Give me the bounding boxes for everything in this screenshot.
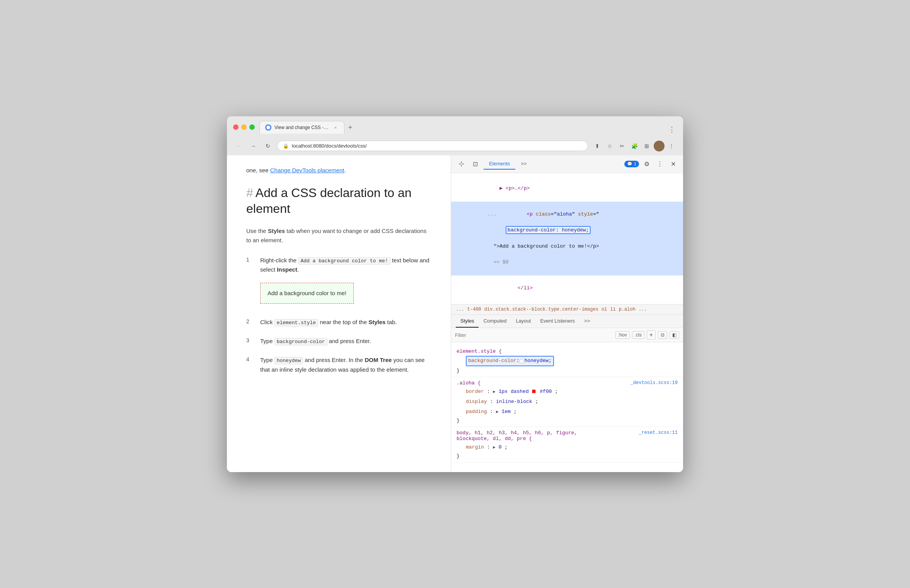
css-prop-padding: padding : ▶ 1em ;	[457, 407, 678, 417]
tab-more[interactable]: >>	[515, 158, 532, 170]
css-prop-display-value: inline-block	[496, 399, 532, 404]
badge-count: 1	[634, 161, 636, 166]
filter-cls-button[interactable]: .cls	[632, 331, 644, 339]
breadcrumb-item-li[interactable]: li	[610, 307, 615, 312]
active-tab[interactable]: View and change CSS - Chrom... ×	[259, 121, 344, 134]
step-item: 2 Click element.style near the top of th…	[246, 318, 431, 327]
css-selector-aloha: .aloha {	[457, 380, 481, 386]
back-button[interactable]: ←	[233, 141, 244, 151]
settings-icon[interactable]: ⚙	[641, 158, 652, 169]
forward-button[interactable]: →	[248, 141, 259, 151]
refresh-button[interactable]: ↻	[262, 141, 273, 151]
breadcrumb-item-more[interactable]: ...	[639, 307, 647, 312]
extensions-icon[interactable]: 🧩	[629, 141, 640, 151]
more-options-icon[interactable]: ⋮	[666, 141, 677, 151]
css-prop-padding-name: padding	[466, 409, 487, 415]
css-source-reset[interactable]: _reset.scss:11	[639, 430, 678, 442]
tab-layout[interactable]: Layout	[511, 315, 535, 328]
css-prop-border-color: #f00	[540, 389, 552, 394]
breadcrumb-item-ol[interactable]: ol	[602, 307, 607, 312]
dom-tag-li: </li>	[518, 285, 533, 291]
tab-elements[interactable]: Elements	[484, 158, 515, 170]
dom-bg-highlight: background-color: honeydew;	[506, 226, 591, 234]
profile-icon[interactable]	[654, 141, 665, 151]
heading-text: Add a CSS declaration to an element	[246, 186, 412, 216]
inspect-bold: Inspect	[277, 266, 297, 273]
bookmark-icon[interactable]: ☆	[604, 141, 615, 151]
new-tab-button[interactable]: +	[344, 122, 356, 134]
styles-panel: element.style { background-color : honey…	[451, 342, 683, 472]
css-source-aloha[interactable]: _devtools.scss:19	[631, 380, 678, 386]
cut-icon[interactable]: ✂	[617, 141, 627, 151]
devtools-tabs: Elements >>	[484, 158, 532, 170]
more-devtools-icon[interactable]: ⋮	[654, 158, 665, 169]
css-prop-line[interactable]: background-color : honeydew ;	[457, 355, 678, 367]
code-honeydew: honeydew	[274, 357, 303, 364]
console-badge[interactable]: 💬 1	[624, 161, 639, 167]
demo-box[interactable]: Add a background color to me!	[260, 283, 354, 304]
dom-dots: ...	[487, 211, 496, 217]
browser-menu-icon[interactable]: ⋮	[667, 125, 677, 134]
webpage-panel: one, see Change DevTools placement. #Add…	[227, 155, 451, 472]
css-selector-line-aloha: .aloha { _devtools.scss:19	[457, 379, 678, 387]
expand-margin-icon[interactable]: ▶	[493, 445, 496, 450]
cursor-icon[interactable]: ⊹	[456, 158, 467, 169]
expand-border-icon[interactable]: ▶	[493, 389, 496, 394]
css-prop-border-name: border	[466, 389, 484, 394]
tab-computed[interactable]: Computed	[479, 315, 511, 328]
dom-line-selected[interactable]: ... <p class="aloha" style=" background-…	[451, 202, 683, 275]
breadcrumb-item-dots[interactable]: ...	[456, 307, 464, 312]
address-field[interactable]: 🔒 localhost:8080/docs/devtools/css/	[277, 141, 588, 151]
filter-hov-button[interactable]: :hov	[615, 331, 630, 339]
expand-padding-icon[interactable]: ▶	[496, 410, 499, 414]
devtools-panel: ⊹ ⊡ Elements >> 💬 1 ⚙ ⋮ ✕	[451, 155, 683, 472]
address-bar: ← → ↻ 🔒 localhost:8080/docs/devtools/css…	[227, 138, 683, 155]
css-rule-close: }	[457, 367, 678, 374]
step-number: 1	[246, 257, 252, 263]
tab-grid-icon[interactable]: ⊞	[641, 141, 652, 151]
css-prop-value: honeydew	[525, 357, 549, 365]
color-swatch[interactable]	[520, 359, 523, 363]
tab-event-listeners[interactable]: Event Listeners	[535, 315, 579, 328]
css-prop-border: border : ▶ 1px dashed #f00 ;	[457, 387, 678, 397]
breadcrumb-item-t400[interactable]: t-400	[467, 307, 481, 312]
dom-attr-class-val: aloha	[557, 211, 572, 217]
filter-add-button[interactable]: +	[647, 330, 656, 340]
section-heading: #Add a CSS declaration to an element	[246, 185, 431, 217]
filter-toggle-button[interactable]: ◧	[670, 331, 679, 339]
share-icon[interactable]: ⬆	[592, 141, 603, 151]
device-icon[interactable]: ⊡	[470, 158, 481, 169]
maximize-window-button[interactable]	[249, 124, 255, 130]
dom-attr-style: style	[578, 211, 593, 217]
tab-label: View and change CSS - Chrom...	[274, 125, 329, 130]
styles-bold: Styles	[268, 228, 285, 234]
close-devtools-icon[interactable]: ✕	[668, 158, 678, 169]
tab-styles-more[interactable]: >>	[579, 315, 595, 328]
minimize-window-button[interactable]	[241, 124, 247, 130]
devtools-actions: 💬 1 ⚙ ⋮ ✕	[624, 158, 678, 169]
breadcrumb-item-div[interactable]: div.stack.stack--block.type.center-image…	[484, 307, 598, 312]
css-selector-line: element.style {	[457, 348, 678, 355]
above-suffix: .	[344, 167, 346, 173]
tab-styles[interactable]: Styles	[456, 315, 479, 328]
close-window-button[interactable]	[233, 124, 239, 130]
color-swatch-red[interactable]	[532, 389, 536, 393]
css-selector-line-reset: body, h1, h2, h3, h4, h5, h6, p, figure,…	[457, 429, 678, 442]
breadcrumb-item-p[interactable]: p.aloh	[619, 307, 636, 312]
dom-line-li: </li>	[451, 275, 683, 301]
filter-input[interactable]	[455, 332, 612, 338]
css-highlighted-prop: background-color : honeydew ;	[466, 356, 554, 366]
step-content: Type background-color and press Enter.	[260, 336, 371, 346]
url-text: localhost:8080/docs/devtools/css/	[292, 143, 582, 149]
dom-text: ">Add a background color to me!</p>	[494, 243, 599, 249]
title-bar: View and change CSS - Chrom... × + ⋮	[227, 116, 683, 138]
filter-new-rule-button[interactable]: ⊟	[658, 331, 667, 339]
step-content: Click element.style near the top of the …	[260, 318, 397, 327]
step-item: 1 Right-click the Add a background color…	[246, 256, 431, 309]
tab-close-button[interactable]: ×	[332, 124, 339, 131]
title-bar-top: View and change CSS - Chrom... × + ⋮	[233, 121, 677, 134]
change-devtools-link[interactable]: Change DevTools placement	[270, 167, 344, 173]
breadcrumb-bar: ... t-400 div.stack.stack--block.type.ce…	[451, 304, 683, 315]
styles-filter: :hov .cls + ⊟ ◧	[451, 328, 683, 342]
step-number: 2	[246, 318, 252, 325]
